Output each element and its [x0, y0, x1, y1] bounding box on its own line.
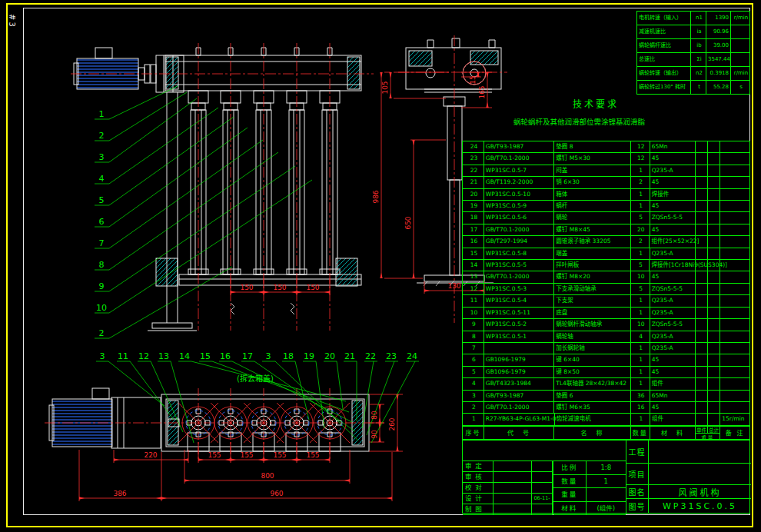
balloon: 15 — [200, 351, 211, 361]
part-name: 螺钉 M6×35 — [554, 402, 630, 414]
part-qty: 1 — [631, 248, 650, 260]
signature-date — [532, 472, 553, 483]
spec-unit — [731, 39, 749, 52]
balloon: 7 — [99, 238, 105, 248]
part-remark — [720, 224, 749, 236]
signature-row: 审 定 — [463, 461, 553, 472]
part-seq: 13 — [463, 271, 484, 283]
drawing-name-label: 图名 — [626, 485, 649, 498]
dim-90: 90 — [371, 430, 378, 439]
parts-row: 20 WP31SC.0.5-10 箱体 1 焊接件 — [463, 189, 749, 201]
part-unit-weight — [696, 271, 708, 283]
part-code: WP31SC.0.5-1 — [484, 331, 555, 343]
info-row: 比例 1:8 — [553, 461, 626, 475]
balloon: 13 — [158, 351, 169, 361]
part-seq: 14 — [463, 260, 484, 271]
part-material: 焊接件 — [650, 189, 696, 201]
part-total-weight — [708, 331, 720, 343]
part-name: 垫圈 8 — [554, 141, 630, 153]
spec-label: 蜗轮转速（输出） — [637, 67, 691, 80]
part-qty: 1 — [631, 201, 650, 212]
part-name: 闷盖 — [554, 165, 630, 177]
spec-value: 55.28 — [706, 81, 731, 94]
part-unit-weight — [696, 248, 708, 260]
balloon: 3 — [99, 152, 105, 162]
part-material: 组件[25×52×22] — [650, 236, 696, 248]
spec-row: 蜗轮转过130° 耗时 t 55.28 s — [637, 81, 749, 94]
part-material: 45 — [650, 271, 696, 283]
part-total-weight — [708, 271, 720, 283]
info-row: 材料 (组件) — [553, 502, 626, 516]
part-unit-weight — [696, 165, 708, 177]
balloon: 20 — [324, 351, 335, 361]
dim-130: 130 — [447, 282, 460, 290]
part-remark — [720, 295, 749, 307]
header-weight: 重量 — [696, 434, 719, 440]
part-qty: 1 — [631, 308, 650, 319]
dim-105: 105 — [381, 81, 389, 94]
part-code: WP31SC.0.5-11 — [484, 308, 555, 319]
part-material: 45 — [650, 367, 696, 378]
part-total-weight — [708, 343, 720, 354]
project-label: 工程 — [626, 441, 649, 463]
view-note-cover-removed: (拆去箱盖) — [237, 374, 274, 383]
part-seq: 12 — [463, 284, 484, 295]
balloon: 3 — [100, 351, 105, 361]
part-qty: 2 — [631, 177, 650, 188]
part-code: GB/T93-1987 — [484, 141, 555, 153]
parts-row: 9 WP31SC.0.5-2 蜗轮蜗杆滑动轴承 10 ZQSn5-5-5 — [463, 319, 749, 331]
spec-label: 蜗轮蜗杆速比 — [637, 39, 691, 52]
balloon: 19 — [304, 351, 314, 361]
spec-unit: r/min — [731, 67, 749, 80]
spec-unit — [731, 25, 749, 38]
part-total-weight — [708, 402, 720, 414]
info-label: 重量 — [553, 488, 587, 502]
part-qty: 1 — [631, 295, 650, 307]
spec-value: 1390 — [706, 12, 731, 25]
part-material: 组件 — [650, 378, 696, 390]
part-name: 箱体 — [554, 189, 630, 201]
spec-row: 减速机速比 ia 90.96 — [637, 25, 749, 39]
part-qty: 2 — [631, 236, 650, 248]
signature-date: 06-11-10 — [532, 494, 553, 504]
signature-row: 制 图 — [463, 504, 553, 515]
part-name: 下支架 — [554, 295, 630, 307]
info-table: 比例 1:8 数量 1 重量 材料 (组件) — [553, 461, 626, 514]
part-remark — [720, 153, 749, 165]
parts-row: 17 GB/T70.1-2000 螺钉 M8×45 20 45 — [463, 224, 749, 236]
signature-row: 校 对 — [463, 483, 553, 494]
part-seq: 17 — [463, 224, 484, 236]
part-qty: 5 — [631, 260, 650, 271]
part-remark — [720, 248, 749, 260]
part-seq: 5 — [463, 367, 484, 378]
signature-label: 校 对 — [463, 483, 493, 494]
part-total-weight — [708, 248, 720, 260]
part-code — [484, 343, 555, 354]
part-remark — [720, 331, 749, 343]
part-seq: 2 — [463, 402, 484, 414]
part-total-weight — [708, 319, 720, 331]
part-unit-weight — [696, 343, 708, 354]
parts-row: 11 WP31SC.0.5-4 下支架 1 Q235-A — [463, 295, 749, 307]
part-total-weight — [708, 212, 720, 224]
part-remark — [720, 165, 749, 177]
part-seq: 24 — [463, 141, 484, 153]
part-name: 螺钉 M8×45 — [554, 224, 630, 236]
part-remark — [720, 343, 749, 354]
dim-386: 386 — [113, 490, 126, 497]
header-remark: 备 注 — [720, 426, 749, 439]
part-material: 45 — [650, 153, 696, 165]
parts-row: 18 WP31SC.0.5-6 蜗轮 5 ZQSn5-5-5 — [463, 212, 749, 224]
part-material: 65Mn — [650, 391, 696, 402]
part-code: GB/T93-1987 — [484, 391, 555, 402]
dim-155-2: 155 — [240, 451, 253, 459]
part-material: 45 — [650, 201, 696, 212]
part-code: WP31SC.0.5-2 — [484, 319, 555, 331]
part-qty: 1 — [631, 378, 650, 390]
balloon: 16 — [220, 351, 231, 361]
project-row: 工程 — [626, 441, 751, 464]
balloon: 2 — [99, 328, 105, 338]
part-name: 蜗杆 — [554, 201, 630, 212]
part-unit-weight — [696, 402, 708, 414]
info-label: 数量 — [553, 475, 587, 489]
